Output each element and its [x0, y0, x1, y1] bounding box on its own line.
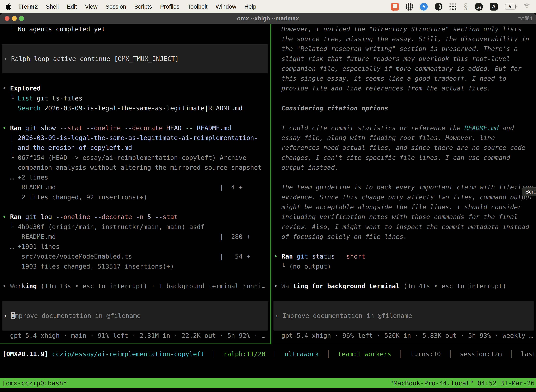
text-segment: ›	[275, 312, 282, 319]
status-segment: │	[319, 350, 338, 358]
wifi-icon[interactable]	[523, 4, 531, 10]
text-segment	[21, 213, 25, 220]
blank-line	[271, 93, 536, 103]
terminal-line: gpt-5.4 xhigh · main · 91% left · 2.31M …	[0, 331, 270, 340]
status-segment: │	[205, 350, 224, 358]
battery-icon[interactable]: ϟ	[505, 4, 516, 9]
prompt-input-left[interactable]: › Improve documentation in @filename	[2, 301, 268, 331]
dots-grid-icon[interactable]	[450, 3, 457, 10]
text-segment: the "Related research writing" section i…	[274, 45, 518, 52]
tmux-pane-left[interactable]: └ No agents completed yet› Ralph loop ac…	[0, 24, 270, 360]
text-segment: --	[94, 213, 101, 220]
text-segment: Ran	[10, 124, 21, 131]
text-segment: the source tree, missing the essay. Stil…	[274, 35, 529, 42]
menu-item-session[interactable]: Session	[101, 3, 130, 10]
minimize-button[interactable]	[12, 16, 17, 21]
text-segment: The team guideline is to back every impo…	[274, 183, 533, 191]
terminal-line: slight risk that future readers may over…	[271, 54, 536, 64]
text-segment: •	[274, 282, 281, 289]
text-segment: Improve documentation in @filename	[282, 312, 412, 319]
text-segment: -	[136, 213, 140, 220]
counter-icon[interactable]: ..61	[475, 3, 483, 11]
text-segment: I could cite commit statistics or refere…	[274, 124, 464, 131]
apple-icon[interactable]	[5, 3, 12, 10]
screenshot-icon-tail	[393, 10, 395, 12]
text-segment: README.md	[197, 124, 231, 131]
terminal-line: • Explored	[0, 84, 270, 93]
blank-line	[0, 271, 270, 281]
text-segment: and-the-erosion-of-copyleft.md	[18, 144, 132, 151]
text-segment: decorate	[132, 124, 163, 131]
text-segment	[121, 124, 124, 131]
blank-line	[271, 291, 536, 301]
text-segment: └	[2, 154, 18, 161]
menu-item-profiles[interactable]: Profiles	[156, 3, 183, 10]
terminal-line: › Improve documentation in @filename	[2, 311, 268, 321]
text-segment: README.md | 4 +	[2, 183, 243, 191]
terminal-line: including verification notes with those …	[271, 212, 536, 222]
menu-item-view[interactable]: View	[81, 3, 101, 10]
close-button[interactable]	[5, 16, 10, 21]
text-segment: oneline	[63, 213, 90, 220]
input-source-icon[interactable]: A	[490, 3, 498, 10]
terminal-line: └ (no output)	[271, 261, 536, 271]
text-segment: decorate	[102, 213, 132, 220]
terminal-line: • Waiting for background terminal (1m 41…	[271, 281, 536, 291]
prompt-input-right[interactable]: › Improve documentation in @filename	[273, 301, 534, 331]
menu-item-help[interactable]: Help	[240, 3, 260, 10]
text-segment: README.md	[464, 124, 499, 131]
text-segment: (11m 13s • esc to interrupt) · 1 backgro…	[37, 282, 265, 289]
text-segment: oneline	[94, 124, 121, 131]
ralph-loop-box[interactable]: › Ralph loop active continue [OMX_TMUX_I…	[2, 44, 268, 74]
tmux-pane-right[interactable]: However, I noticed the "Directory Struct…	[271, 24, 536, 360]
text-segment: ting for background terminal	[293, 282, 400, 289]
text-segment: companion analysis without altering the …	[2, 164, 262, 171]
moon-icon[interactable]	[435, 3, 442, 10]
screenshot-icon[interactable]	[391, 3, 399, 10]
text-segment: … +1901 lines	[2, 243, 60, 250]
zoom-button[interactable]	[19, 16, 24, 21]
text-segment: (no output)	[289, 263, 331, 270]
text-segment: including verification notes with those …	[274, 213, 518, 220]
menu-item-edit[interactable]: Edit	[63, 3, 81, 10]
text-segment: companion file, especially if more comme…	[274, 65, 522, 72]
terminal-line: └ List git ls-files	[0, 93, 270, 103]
text-segment: git	[25, 124, 37, 131]
text-segment: Ran	[10, 213, 21, 220]
screen-notification-badge[interactable]: Scre	[522, 187, 536, 196]
terminal-line: of focusing solely on file lines.	[271, 232, 536, 242]
menu-item-scripts[interactable]: Scripts	[130, 3, 156, 10]
hook-icon[interactable]: §	[464, 3, 468, 10]
text-segment: •	[2, 282, 10, 289]
text-segment: │	[2, 134, 18, 141]
badge-icon[interactable]: ϟ	[420, 3, 428, 10]
text-segment: ›	[4, 312, 11, 319]
status-segment: ultrawork	[285, 350, 319, 358]
text-segment: Ran	[281, 253, 293, 260]
status-segment: [OMX#0.11.9]	[2, 350, 48, 358]
text-segment: of focusing solely on file lines.	[274, 233, 407, 240]
terminal-line: evidence. Since this change only affects…	[271, 192, 536, 202]
terminal-line: • Ran git show --stat --oneline --decora…	[0, 123, 270, 133]
shield-icon[interactable]	[406, 3, 413, 11]
menu-bar: iTerm2ShellEditViewSessionScriptsProfile…	[0, 0, 536, 13]
menu-left: iTerm2ShellEditViewSessionScriptsProfile…	[5, 3, 260, 10]
title-bar[interactable]: omx --xhigh --madmax ⌥⌘1	[0, 13, 536, 24]
menu-item-shell[interactable]: Shell	[42, 3, 63, 10]
text-segment: gpt-5.4 xhigh · 96% left · 520K in · 5.8…	[274, 332, 533, 339]
menu-item-window[interactable]: Window	[211, 3, 240, 10]
terminal-line: • Ran git log --oneline --decorate -n 5 …	[0, 212, 270, 222]
menu-status-icons: ϟ § ..61 A ϟ	[391, 3, 531, 11]
terminal-area[interactable]: └ No agents completed yet› Ralph loop ac…	[0, 24, 536, 392]
text-segment: might be acceptable alongside the file l…	[274, 203, 522, 210]
text-segment: 2026-03-09-is-legal-the-same-as-legitima…	[18, 134, 258, 141]
terminal-line: The team guideline is to back every impo…	[271, 182, 536, 192]
status-segment: ralph:11/20	[224, 350, 265, 358]
text-segment: •	[2, 85, 10, 92]
blank-line	[0, 291, 270, 301]
blank-line	[0, 73, 270, 83]
text-segment: evidence. Since this change only affects…	[274, 194, 533, 201]
text-segment: changes, I can't cite specific file line…	[274, 154, 510, 161]
menu-item-toolbelt[interactable]: Toolbelt	[183, 3, 211, 10]
menu-item-iterm2[interactable]: iTerm2	[15, 3, 42, 10]
